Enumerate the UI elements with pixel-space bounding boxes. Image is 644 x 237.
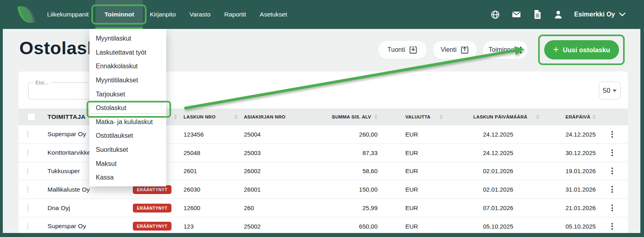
- select-all-checkbox[interactable]: [27, 113, 35, 121]
- sort-icon[interactable]: [174, 114, 177, 119]
- account-menu[interactable]: Esimerkki Oy: [574, 11, 625, 18]
- invoice-no-cell: 123456: [184, 131, 244, 138]
- supplier-cell: Mallikaluste Oy: [42, 186, 127, 193]
- currency-cell: EUR: [386, 223, 449, 230]
- row-checkbox-cell: [19, 149, 42, 156]
- actions-button[interactable]: Toiminnot: [482, 40, 528, 59]
- download-icon: [409, 46, 417, 54]
- nav-item-label: Asetukset: [260, 11, 287, 18]
- export-button[interactable]: Vienti: [432, 40, 477, 59]
- nav-item[interactable]: Raportit: [217, 0, 253, 29]
- nav-item[interactable]: Toiminnot: [95, 0, 143, 29]
- row-checkbox[interactable]: [27, 223, 28, 230]
- page-size-select[interactable]: 50: [599, 82, 621, 100]
- dropdown-menu-item[interactable]: Matka- ja kululaskut: [89, 115, 166, 129]
- document-no-cell: 260: [244, 204, 341, 211]
- row-menu-kebab-icon[interactable]: [611, 186, 613, 193]
- sort-icon[interactable]: [592, 114, 596, 119]
- nav-item[interactable]: Varasto: [183, 0, 217, 29]
- invoice-date-cell: 02.01.2026: [449, 168, 546, 174]
- amount-cell: 150,00: [341, 186, 386, 193]
- globe-icon[interactable]: [491, 10, 500, 19]
- invoice-date-cell: 05.10.2025: [449, 223, 546, 230]
- row-checkbox-cell: [19, 131, 42, 138]
- dropdown-menu-item-label: Suoritukset: [96, 146, 128, 153]
- dropdown-menu-item[interactable]: Ostotilaukset: [89, 129, 166, 143]
- currency-cell: EUR: [386, 204, 449, 211]
- dropdown-menu-item-label: Ostotilaukset: [96, 132, 133, 139]
- dropdown-menu-item[interactable]: Suoritukset: [89, 143, 166, 157]
- upload-icon: [460, 46, 469, 54]
- status-badge: ERÄÄNTYNYT: [133, 222, 171, 231]
- due-date-cell: 31.01.2026: [546, 186, 602, 193]
- header-supplier-label: TOIMITTAJA: [47, 113, 86, 121]
- dropdown-menu-item[interactable]: Laskutettavat työt: [89, 46, 166, 60]
- amount-cell: 87,33: [341, 149, 386, 156]
- nav-item-label: Raportit: [224, 11, 246, 18]
- row-checkbox-cell: [19, 223, 42, 230]
- dropdown-menu-item[interactable]: Maksut: [89, 157, 166, 171]
- sort-icon[interactable]: [234, 114, 237, 119]
- invoice-date-cell: 24.12.2025: [449, 149, 546, 156]
- dropdown-menu-item[interactable]: Tarjoukset: [89, 87, 166, 101]
- row-menu-kebab-icon[interactable]: [611, 149, 613, 156]
- mail-icon[interactable]: [512, 10, 521, 19]
- row-menu-cell: [602, 131, 628, 138]
- nav-item[interactable]: Kirjanpito: [143, 0, 183, 29]
- dropdown-menu-item-label: Ennakkolaskut: [96, 63, 138, 70]
- row-checkbox[interactable]: [27, 186, 28, 193]
- plus-icon: +: [553, 45, 559, 54]
- sort-icon[interactable]: [440, 114, 443, 119]
- due-date-cell: 21.01.2026: [546, 204, 602, 211]
- sort-icon[interactable]: [374, 114, 378, 119]
- nav-item-label: Varasto: [190, 11, 211, 18]
- supplier-cell: Dna Oyj: [42, 204, 127, 212]
- row-checkbox-cell: [19, 204, 42, 211]
- row-menu-cell: [602, 223, 628, 230]
- dropdown-menu-item-label: Laskutettavat työt: [96, 49, 146, 56]
- caret-down-icon: [613, 90, 617, 92]
- currency-cell: EUR: [386, 186, 449, 193]
- leaf-icon: [17, 4, 33, 25]
- document-icon[interactable]: [533, 10, 542, 19]
- row-menu-cell: [602, 186, 628, 193]
- dropdown-menu-item[interactable]: Ostolaskut: [89, 101, 166, 115]
- screenshot-border-left: [0, 0, 3, 237]
- due-date-cell: 24.12.2025: [546, 131, 602, 138]
- amount-cell: 58,60: [341, 168, 386, 174]
- actions-button-label: Toiminnot: [489, 46, 516, 53]
- user-icon[interactable]: [553, 10, 563, 19]
- header-currency: VALUUTTA: [386, 108, 449, 125]
- new-invoice-button[interactable]: + Uusi ostolasku: [544, 40, 619, 59]
- nav-item[interactable]: Liikekumppanit: [40, 0, 95, 29]
- row-menu-kebab-icon[interactable]: [611, 223, 613, 230]
- invoice-no-cell: 2601: [184, 168, 244, 174]
- table-row: Superspar Oy ERÄÄNTYNYT 123 25002 650,00…: [19, 217, 628, 235]
- dropdown-menu-item[interactable]: Myyntitilaukset: [89, 74, 166, 88]
- row-checkbox[interactable]: [27, 131, 28, 138]
- dropdown-menu-item[interactable]: Ennakkolaskut: [89, 59, 166, 74]
- status-cell: ERÄÄNTYNYT: [127, 185, 184, 194]
- invoice-date-cell: 07.01.2026: [449, 204, 546, 211]
- row-menu-kebab-icon[interactable]: [611, 204, 613, 211]
- dropdown-menu-item[interactable]: Myyntilaskut: [89, 32, 166, 46]
- currency-cell: EUR: [386, 168, 449, 174]
- dropdown-menu-item-label: Maksut: [96, 160, 117, 168]
- row-checkbox[interactable]: [27, 168, 28, 174]
- row-checkbox[interactable]: [27, 149, 28, 156]
- header-invoice-no: LASKUN NRO: [184, 108, 244, 125]
- app-window: Liikekumppanit Toiminnot Kirjanpito Vara…: [0, 0, 644, 237]
- import-button[interactable]: Tuonti: [378, 40, 427, 59]
- document-no-cell: 25004: [244, 131, 341, 138]
- chevron-down-icon: [619, 12, 625, 16]
- header-invoice-date: LASKUN PÄIVÄMÄÄRÄ: [449, 108, 546, 125]
- sort-icon[interactable]: [536, 114, 539, 119]
- row-menu-kebab-icon[interactable]: [611, 168, 613, 174]
- nav-item[interactable]: Asetukset: [253, 0, 294, 29]
- dropdown-menu-item[interactable]: Kassa: [89, 171, 166, 185]
- row-menu-kebab-icon[interactable]: [611, 131, 613, 138]
- row-checkbox-cell: [19, 168, 42, 174]
- row-checkbox[interactable]: [27, 204, 28, 211]
- main-nav: Liikekumppanit Toiminnot Kirjanpito Vara…: [40, 0, 294, 29]
- header-row-menu: [602, 108, 628, 125]
